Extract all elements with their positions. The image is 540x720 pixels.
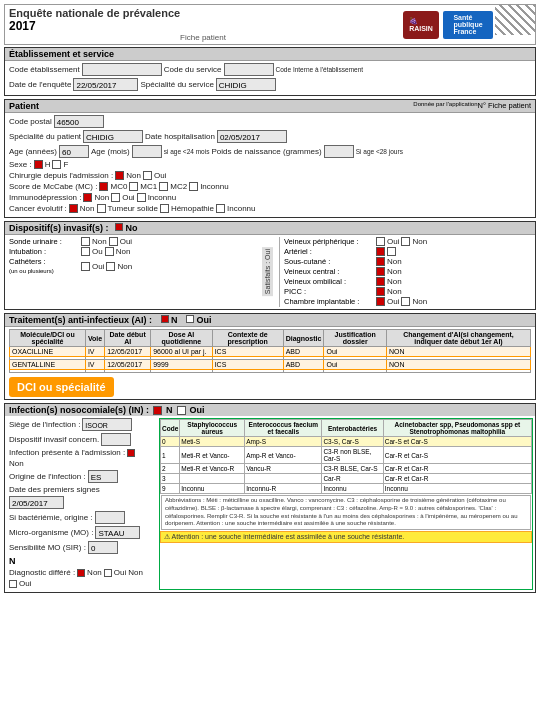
chirurgie-non-cb[interactable] xyxy=(115,171,124,180)
age-mois-value[interactable] xyxy=(132,145,162,158)
mc2-cb[interactable] xyxy=(159,182,168,191)
art-non-cb[interactable] xyxy=(387,247,396,256)
intub-row: Intubation : Ou Non xyxy=(9,247,256,256)
tumeur-cb[interactable] xyxy=(97,204,106,213)
micro-row: Micro-organisme (MO) : STAAU xyxy=(9,526,151,539)
micro-entero: Vancu-R xyxy=(245,464,322,474)
siege-label: Siège de l'infection : xyxy=(9,420,80,429)
micro-staph xyxy=(180,474,245,484)
sonde-non-cb[interactable] xyxy=(81,237,90,246)
ip-non-cb[interactable] xyxy=(127,449,135,457)
art-oui-cb[interactable] xyxy=(376,247,385,256)
cath-oui-cb[interactable] xyxy=(106,262,115,271)
sexe-f-cb[interactable] xyxy=(52,160,61,169)
infection-presente-row: Infection présente à l'admission : Non xyxy=(9,448,151,468)
sensib-value[interactable]: 0 xyxy=(88,541,118,554)
ai-voie: IV xyxy=(85,347,104,357)
vc-oui-cb[interactable] xyxy=(376,267,385,276)
date-enquete-value[interactable]: 22/05/2017 xyxy=(73,78,138,91)
arteriel-row: Artériel : xyxy=(284,247,531,256)
vo-oui-cb[interactable] xyxy=(376,277,385,286)
immuno-non-cb[interactable] xyxy=(83,193,92,202)
poids-value[interactable] xyxy=(324,145,354,158)
age-annees-value[interactable]: 60 xyxy=(59,145,89,158)
in-non-cb[interactable] xyxy=(153,406,162,415)
bacteriemie-value[interactable] xyxy=(95,511,125,524)
notes-text: Abbréviations : Méti : méticilline ou ox… xyxy=(165,497,517,526)
sexe-h-cb[interactable] xyxy=(34,160,43,169)
trait-n-cb[interactable] xyxy=(161,315,169,323)
chirurgie-oui-cb[interactable] xyxy=(143,171,152,180)
code-etab-field[interactable] xyxy=(82,63,162,76)
infections-header: Infection(s) nosocomiale(s) (IN) : N Oui xyxy=(5,404,535,416)
ai-date-debut: 12/05/2017 xyxy=(105,360,151,370)
dispositif-inv-value[interactable] xyxy=(101,433,131,446)
ch-non-label: Non xyxy=(412,297,427,306)
mc0-label: MC0 xyxy=(110,182,127,191)
inconnu3-cb[interactable] xyxy=(216,204,225,213)
origine-value[interactable]: ES xyxy=(88,470,118,483)
micro-col-staph: Staphylococcus aureus xyxy=(180,420,245,437)
micro-entero: Amp-R et Vanco- xyxy=(245,447,322,464)
intub-non-cb[interactable] xyxy=(81,247,90,256)
cancer-non-cb[interactable] xyxy=(69,204,78,213)
specialite-patient-value[interactable]: CHIDIG xyxy=(83,130,143,143)
vp-non-cb[interactable] xyxy=(401,237,410,246)
cancer-label: Cancer évolutif : xyxy=(9,204,67,213)
cath-non-cb[interactable] xyxy=(81,262,90,271)
disp-non-cb[interactable] xyxy=(115,223,123,231)
veineux-central-row: Veineux central : Non xyxy=(284,267,531,276)
logo-raisin: 🍇RAISIN xyxy=(403,11,439,39)
vp-oui-cb[interactable] xyxy=(376,237,385,246)
mc1-cb[interactable] xyxy=(129,182,138,191)
micro-col-acin: Acinetobacter spp, Pseudomonas spp et St… xyxy=(383,420,531,437)
dispositifs-header: Dispositif(s) invasif(s) : No xyxy=(5,222,535,235)
trait-oui-cb[interactable] xyxy=(186,315,194,323)
dd-non-cb[interactable] xyxy=(77,569,85,577)
siege-value[interactable]: ISOOR xyxy=(82,418,132,431)
dd-oui2-cb[interactable] xyxy=(9,580,17,588)
sonde-row: Sonde urinaire : Non Oui xyxy=(9,237,256,246)
age-mois-label: Age (mois) xyxy=(91,147,130,156)
etab-row2: Date de l'enquête 22/05/2017 Spécialité … xyxy=(9,78,531,91)
header-left: Enquête nationale de prévalence 2017 Fic… xyxy=(5,5,401,44)
code-postal-value[interactable]: 46500 xyxy=(54,115,104,128)
dd-oui2-label: Oui xyxy=(19,579,31,588)
mc0-cb[interactable] xyxy=(99,182,108,191)
sexe-label: Sexe : xyxy=(9,160,32,169)
list-item: 0 Meti-S Amp-S C3-S, Car-S Car-S et Car-… xyxy=(161,437,532,447)
code-service-field[interactable] xyxy=(224,63,274,76)
micro-value[interactable]: STAAU xyxy=(95,526,140,539)
inconnu-mc-cb[interactable] xyxy=(189,182,198,191)
date-signes-value[interactable]: 2/05/2017 xyxy=(9,496,64,509)
table-row: OXACILLINE IV 12/05/2017 96000 al UI par… xyxy=(10,347,531,357)
picc-oui-cb[interactable] xyxy=(376,287,385,296)
micro-staph: Meti-R et Vanco-R xyxy=(180,464,245,474)
immuno-inconnu-cb[interactable] xyxy=(137,193,146,202)
devices-section: Sonde urinaire : Non Oui Intubation : Ou… xyxy=(9,237,531,307)
ch-oui-cb[interactable] xyxy=(376,297,385,306)
patient-label: Patient xyxy=(9,101,39,111)
hemato-cb[interactable] xyxy=(160,204,169,213)
sonde-oui-cb[interactable] xyxy=(109,237,118,246)
micro-enterob: C3-R BLSE, Car-S xyxy=(322,464,383,474)
sc-oui-cb[interactable] xyxy=(376,257,385,266)
dd-label: Diagnostic différé : xyxy=(9,568,75,577)
micro-organism-table: Code Staphylococcus aureus Enterococcus … xyxy=(160,419,532,494)
specialite-value[interactable]: CHIDIG xyxy=(216,78,276,91)
immuno-non-label: Non xyxy=(94,193,109,202)
date-hospit-value[interactable]: 02/05/2017 xyxy=(217,130,287,143)
immuno-row: Immunodépression : Non Oui Inconnu xyxy=(9,193,531,202)
immuno-oui-cb[interactable] xyxy=(111,193,120,202)
micro-col-enterob: Enterobactéries xyxy=(322,420,383,437)
intub-oui-cb[interactable] xyxy=(105,247,114,256)
dd-oui-cb[interactable] xyxy=(104,569,112,577)
ch-non-cb[interactable] xyxy=(401,297,410,306)
dispositifs-label: Dispositif(s) invasif(s) : xyxy=(9,223,109,233)
age-mois-note: si age <24 mois xyxy=(164,148,210,155)
donnee-label: Donnée par l'application xyxy=(413,101,477,107)
origine-row: Origine de l'infection : ES xyxy=(9,470,151,483)
mc2-label: MC2 xyxy=(170,182,187,191)
in-oui-cb[interactable] xyxy=(177,406,186,415)
vp-oui-label: Oui xyxy=(387,237,399,246)
